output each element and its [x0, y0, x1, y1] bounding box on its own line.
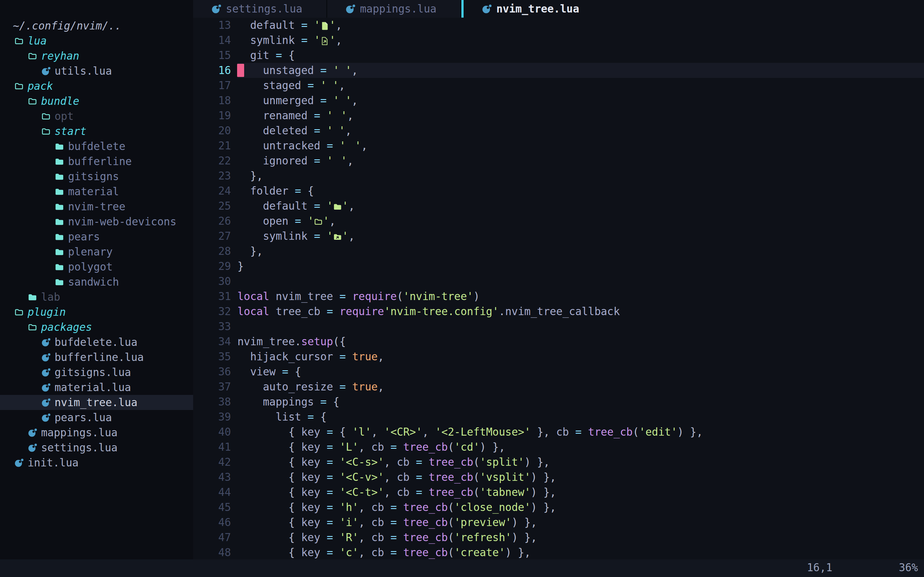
file-tree: ~/.config/nvim/..luareyhanutils.luapackb…	[0, 18, 193, 470]
code-line-34[interactable]: 34nvim_tree.setup({	[193, 334, 924, 349]
code-line-29[interactable]: 29}	[193, 259, 924, 274]
code-line-27[interactable]: 27 symlink = '',	[193, 229, 924, 243]
tree-item-label: nvim-web-devicons	[68, 214, 176, 229]
tree-item-pears[interactable]: pears	[0, 229, 193, 244]
code-line-13[interactable]: 13 default = '',	[193, 18, 924, 33]
tree-item-settings.lua[interactable]: settings.lua	[0, 440, 193, 455]
code-line-46[interactable]: 46 { key = 'i', cb = tree_cb('preview') …	[193, 515, 924, 530]
folder-icon	[27, 292, 37, 302]
code-text: { key = 'c', cb = tree_cb('create') },	[231, 545, 531, 559]
code-text: view = {	[231, 364, 301, 379]
tree-item-lua[interactable]: lua	[0, 33, 193, 48]
tree-item-nvim_tree.lua[interactable]: nvim_tree.lua	[0, 395, 193, 410]
tree-item-bufdelete[interactable]: bufdelete	[0, 139, 193, 154]
code-line-18[interactable]: 18 unmerged = '',	[193, 93, 924, 108]
code-line-25[interactable]: 25 default = '',	[193, 198, 924, 213]
tree-item-nvim-tree[interactable]: nvim-tree	[0, 199, 193, 214]
tree-item-packages[interactable]: packages	[0, 319, 193, 335]
code-line-16[interactable]: 16 unstaged = '',	[193, 63, 924, 78]
line-number: 45	[193, 500, 231, 515]
tree-item-gitsigns[interactable]: gitsigns	[0, 169, 193, 184]
code-line-38[interactable]: 38 mappings = {	[193, 394, 924, 409]
tree-item-label: mappings.lua	[41, 425, 118, 440]
folder-open-icon	[27, 51, 37, 61]
tree-item-label: sandwich	[68, 274, 119, 290]
tree-item-opt[interactable]: opt	[0, 109, 193, 124]
code-line-14[interactable]: 14 symlink = '',	[193, 33, 924, 48]
tree-item-plugin[interactable]: plugin	[0, 305, 193, 319]
code-line-30[interactable]: 30	[193, 274, 924, 289]
line-number: 31	[193, 289, 231, 304]
code-line-23[interactable]: 23 },	[193, 168, 924, 183]
tree-item-material.lua[interactable]: material.lua	[0, 380, 193, 395]
tree-item-bundle[interactable]: bundle	[0, 93, 193, 109]
code-line-20[interactable]: 20 deleted = '',	[193, 123, 924, 138]
code-text: { key = '<C-t>', cb = tree_cb('tabnew') …	[231, 485, 556, 500]
tree-item-label: material.lua	[55, 380, 131, 395]
tree-item-utils.lua[interactable]: utils.lua	[0, 63, 193, 79]
tree-item-start[interactable]: start	[0, 124, 193, 139]
code-line-45[interactable]: 45 { key = 'h', cb = tree_cb('close_node…	[193, 500, 924, 515]
code-line-40[interactable]: 40 { key = { 'l', '<CR>', '<2-LeftMouse>…	[193, 424, 924, 440]
tree-item-bufferline[interactable]: bufferline	[0, 154, 193, 169]
code-line-32[interactable]: 32local tree_cb = require'nvim-tree.conf…	[193, 304, 924, 319]
tree-item-lab[interactable]: lab	[0, 290, 193, 305]
code-line-47[interactable]: 47 { key = 'R', cb = tree_cb('refresh') …	[193, 530, 924, 545]
code-line-22[interactable]: 22 ignored = '',	[193, 153, 924, 168]
folder-icon	[55, 202, 64, 211]
code-line-36[interactable]: 36 view = {	[193, 364, 924, 379]
code-line-35[interactable]: 35 hijack_cursor = true,	[193, 349, 924, 364]
tab-mappings.lua[interactable]: mappings.lua	[327, 0, 461, 18]
tree-item-mappings.lua[interactable]: mappings.lua	[0, 425, 193, 440]
tree-item-plenary[interactable]: plenary	[0, 244, 193, 259]
cursor-position: 16,1	[807, 560, 832, 575]
tree-item-label: init.lua	[27, 455, 79, 470]
tree-root-path: ~/.config/nvim/..	[13, 18, 121, 33]
tree-item-nvim-web-devicons[interactable]: nvim-web-devicons	[0, 214, 193, 229]
tree-item-reyhan[interactable]: reyhan	[0, 48, 193, 63]
code-line-24[interactable]: 24 folder = {	[193, 183, 924, 198]
code-line-33[interactable]: 33	[193, 319, 924, 334]
code-text: default = '',	[231, 18, 342, 33]
tree-item-polygot[interactable]: polygot	[0, 259, 193, 274]
tree-root[interactable]: ~/.config/nvim/..	[0, 18, 193, 33]
tree-item-bufdelete.lua[interactable]: bufdelete.lua	[0, 335, 193, 350]
tree-item-label: start	[55, 124, 86, 139]
code-line-42[interactable]: 42 { key = '<C-s>', cb = tree_cb('split'…	[193, 455, 924, 470]
folder-open-icon	[14, 308, 24, 317]
code-text: symlink = '',	[231, 229, 355, 243]
code-line-37[interactable]: 37 auto_resize = true,	[193, 379, 924, 394]
tree-item-gitsigns.lua[interactable]: gitsigns.lua	[0, 365, 193, 380]
tree-item-init.lua[interactable]: init.lua	[0, 455, 193, 470]
tree-item-material[interactable]: material	[0, 184, 193, 199]
editor[interactable]: 13 default = '',14 symlink = '',15 git =…	[193, 18, 924, 559]
line-number: 27	[193, 229, 231, 243]
lua-file-icon	[41, 383, 51, 392]
code-line-43[interactable]: 43 { key = '<C-v>', cb = tree_cb('vsplit…	[193, 470, 924, 485]
folder-open-icon	[41, 127, 51, 136]
code-text: default = '',	[231, 198, 355, 213]
tree-item-pack[interactable]: pack	[0, 79, 193, 93]
code-line-31[interactable]: 31local nvim_tree = require('nvim-tree')	[193, 289, 924, 304]
code-line-21[interactable]: 21 untracked = '',	[193, 138, 924, 153]
tree-item-pears.lua[interactable]: pears.lua	[0, 410, 193, 425]
folder-open-icon	[14, 81, 24, 91]
line-number: 21	[193, 138, 231, 153]
tab-nvim_tree.lua[interactable]: nvim_tree.lua	[464, 0, 598, 18]
code-line-44[interactable]: 44 { key = '<C-t>', cb = tree_cb('tabnew…	[193, 485, 924, 500]
code-line-41[interactable]: 41 { key = 'L', cb = tree_cb('cd') },	[193, 440, 924, 455]
tab-settings.lua[interactable]: settings.lua	[193, 0, 327, 18]
code-line-26[interactable]: 26 open = '',	[193, 213, 924, 229]
code-line-39[interactable]: 39 list = {	[193, 409, 924, 424]
code-line-28[interactable]: 28 },	[193, 243, 924, 259]
code-line-15[interactable]: 15 git = {	[193, 48, 924, 63]
code-line-19[interactable]: 19 renamed = '',	[193, 108, 924, 123]
folder-open-icon	[27, 322, 37, 332]
code-line-17[interactable]: 17 staged = '',	[193, 78, 924, 93]
tree-item-label: packages	[41, 319, 92, 335]
lua-file-icon	[41, 413, 51, 422]
code-line-48[interactable]: 48 { key = 'c', cb = tree_cb('create') }…	[193, 545, 924, 559]
line-number: 48	[193, 545, 231, 559]
tree-item-sandwich[interactable]: sandwich	[0, 274, 193, 290]
tree-item-bufferline.lua[interactable]: bufferline.lua	[0, 350, 193, 365]
